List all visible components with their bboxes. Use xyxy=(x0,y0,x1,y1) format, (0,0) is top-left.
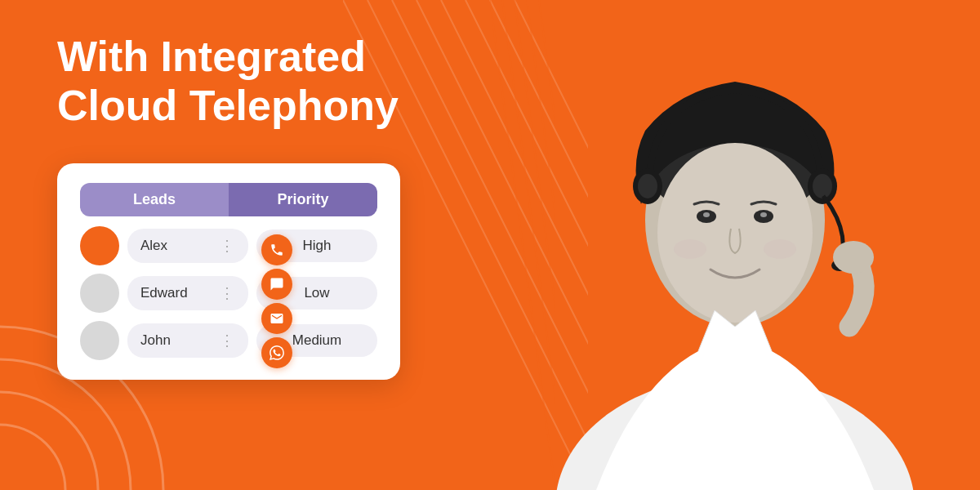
headline-line2: Cloud Telephony xyxy=(57,82,399,129)
headline: With Integrated Cloud Telephony xyxy=(57,33,399,131)
row-dots: ⋮ xyxy=(220,237,235,255)
lead-name: Edward xyxy=(140,285,188,301)
table-row: Alex ⋮ High xyxy=(80,226,377,265)
table-header: Leads Priority xyxy=(80,183,377,216)
lead-name-cell: Edward ⋮ xyxy=(127,276,248,310)
person-image xyxy=(490,0,980,490)
whatsapp-icon[interactable] xyxy=(261,337,292,368)
action-icons xyxy=(261,234,292,368)
right-section xyxy=(490,0,980,490)
headline-line1: With Integrated xyxy=(57,33,366,80)
table-row: Edward ⋮ Low xyxy=(80,274,377,313)
avatar xyxy=(80,274,119,313)
email-icon[interactable] xyxy=(261,303,292,334)
leads-card: Leads Priority xyxy=(57,163,400,380)
col-priority: Priority xyxy=(229,183,377,216)
lead-name-cell: Alex ⋮ xyxy=(127,229,248,263)
chat-icon[interactable] xyxy=(261,269,292,300)
lead-name: Alex xyxy=(140,238,167,254)
phone-icon[interactable] xyxy=(261,234,292,265)
avatar xyxy=(80,226,119,265)
table-rows: Alex ⋮ High Edward ⋮ Low John ⋮ xyxy=(80,226,377,360)
table-row: John ⋮ Medium xyxy=(80,321,377,360)
col-leads: Leads xyxy=(80,183,229,216)
row-dots: ⋮ xyxy=(220,332,235,350)
lead-name: John xyxy=(140,332,171,349)
avatar xyxy=(80,321,119,360)
left-section: With Integrated Cloud Telephony Leads Pr… xyxy=(0,0,490,490)
lead-name-cell: John ⋮ xyxy=(127,323,248,358)
row-dots: ⋮ xyxy=(220,284,235,302)
